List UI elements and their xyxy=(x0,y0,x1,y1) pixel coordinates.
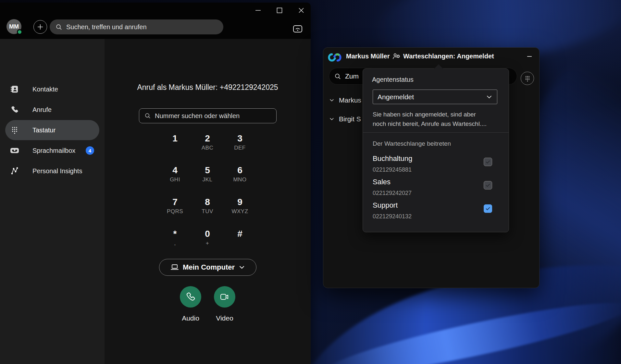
phone-icon xyxy=(186,292,195,302)
chevron-down-icon xyxy=(239,264,245,271)
phone-icon xyxy=(10,105,19,115)
keypad-icon xyxy=(10,125,19,135)
popup-minimize-button[interactable] xyxy=(525,52,534,61)
queue-window: Markus Müller Warteschlangen: Angemeldet… xyxy=(323,47,540,288)
dialpad-key-5[interactable]: 5JKL xyxy=(191,164,224,195)
queue-row-sales: Sales 022129242027 xyxy=(373,177,499,197)
agent-status-title: Agentenstatus xyxy=(372,76,414,83)
dialpad-key-star[interactable]: *, xyxy=(159,227,191,259)
dialpad-key-8[interactable]: 8TUV xyxy=(191,195,224,227)
chevron-down-icon xyxy=(486,94,492,100)
minimize-icon xyxy=(526,53,533,60)
sidebar-item-kontakte[interactable]: Kontakte xyxy=(0,80,105,99)
sidebar-item-label: Sprachmailbox xyxy=(32,147,75,154)
queue-checkbox-sales[interactable] xyxy=(484,181,492,189)
sidebar: Kontakte Anrufe Tastatur Sprachmailbox xyxy=(0,39,105,364)
check-icon xyxy=(485,206,491,212)
sidebar-item-label: Personal Insights xyxy=(32,167,82,175)
agent-status-panel: Agentenstatus Angemeldet Sie haben sich … xyxy=(363,68,509,232)
dialpad-key-9[interactable]: 9WXYZ xyxy=(224,195,256,227)
voicemail-icon xyxy=(10,146,19,155)
contact-group-markus[interactable]: Markus xyxy=(329,94,362,106)
main-window: MM xyxy=(0,3,311,364)
queue-number: 022129240132 xyxy=(373,212,499,221)
keypad-icon xyxy=(524,75,531,82)
agent-status-description: Sie haben sich angemeldet, sind aber noc… xyxy=(373,110,503,128)
queue-checkbox-support[interactable] xyxy=(484,204,492,213)
video-call-button[interactable] xyxy=(214,286,235,308)
sidebar-item-sprachmailbox[interactable]: Sprachmailbox 4 xyxy=(0,141,105,160)
popup-dialpad-button[interactable] xyxy=(521,72,534,85)
number-search-field[interactable] xyxy=(139,108,277,123)
audio-call-button[interactable] xyxy=(180,286,201,308)
dialpad-key-0[interactable]: 0+ xyxy=(191,227,224,259)
panel-caret xyxy=(434,64,443,69)
add-button[interactable] xyxy=(33,20,47,34)
search-icon xyxy=(144,113,151,119)
agent-status-value: Angemeldet xyxy=(378,93,486,101)
audio-device-selector[interactable]: Mein Computer xyxy=(159,259,256,276)
desktop: MM xyxy=(0,0,621,364)
queue-name: Buchhaltung xyxy=(373,154,499,164)
search-icon xyxy=(56,24,62,30)
presence-dot xyxy=(17,29,22,35)
dialpad-key-2[interactable]: 2ABC xyxy=(191,132,224,164)
popup-search-text: Zum xyxy=(345,72,359,80)
dialpad-key-6[interactable]: 6MNO xyxy=(224,164,256,195)
sidebar-item-label: Kontakte xyxy=(32,86,58,93)
agent-status-select[interactable]: Angemeldet xyxy=(373,90,497,104)
dialpad-key-1[interactable]: 1 xyxy=(159,132,191,164)
insights-icon xyxy=(10,166,19,176)
contact-group-birgit[interactable]: Birgit S xyxy=(329,113,362,125)
contacts-icon xyxy=(10,84,19,94)
video-label: Video xyxy=(205,314,244,322)
queue-row-support: Support 022129240132 xyxy=(373,200,499,221)
voicemail-count-badge: 4 xyxy=(86,146,94,155)
laptop-icon xyxy=(170,264,179,271)
call-as-line: Anruf als Markus Müller: +4922129242025 xyxy=(105,83,311,92)
avatar-initials: MM xyxy=(9,23,19,30)
dialpad-key-4[interactable]: 4GHI xyxy=(159,164,191,195)
sidebar-item-label: Anrufe xyxy=(32,106,52,114)
contact-group-label: Birgit S xyxy=(339,115,361,123)
join-queue-title: Der Warteschlange beitreten xyxy=(373,140,451,147)
queue-name: Support xyxy=(373,200,499,210)
queue-agent-icon xyxy=(392,52,401,60)
queue-number: 022129242027 xyxy=(373,189,499,197)
queue-name: Sales xyxy=(373,177,499,187)
queue-row-buchhaltung: Buchhaltung 022129245881 xyxy=(373,154,499,174)
search-icon xyxy=(334,73,341,80)
dialer-pane: Anruf als Markus Müller: +4922129242025 … xyxy=(105,3,311,364)
dialpad: 1 2ABC 3DEF 4GHI 5JKL 6MNO 7PQRS 8TUV 9W… xyxy=(159,132,257,259)
video-camera-icon xyxy=(219,293,230,301)
check-icon xyxy=(485,159,491,165)
chevron-down-icon xyxy=(329,116,334,122)
dialpad-key-3[interactable]: 3DEF xyxy=(224,132,256,164)
queue-checkbox-buchhaltung[interactable] xyxy=(484,158,492,166)
audio-label: Audio xyxy=(171,314,210,322)
queue-status-label[interactable]: Warteschlangen: Angemeldet xyxy=(403,53,494,60)
avatar[interactable]: MM xyxy=(6,19,21,34)
check-icon xyxy=(485,182,491,188)
sidebar-item-anrufe[interactable]: Anrufe xyxy=(0,100,105,119)
number-search-input[interactable] xyxy=(155,112,271,120)
device-selector-label: Mein Computer xyxy=(183,263,235,272)
dialpad-key-7[interactable]: 7PQRS xyxy=(159,195,191,227)
sidebar-item-label: Tastatur xyxy=(32,127,56,134)
popup-user-name: Markus Müller xyxy=(346,53,390,60)
queue-number: 022129245881 xyxy=(373,165,499,174)
webex-logo xyxy=(328,51,342,64)
sidebar-item-tastatur[interactable]: Tastatur xyxy=(0,121,105,140)
contact-group-label: Markus xyxy=(339,96,361,104)
sidebar-item-personal-insights[interactable]: Personal Insights xyxy=(0,162,105,180)
dialpad-key-hash[interactable]: # xyxy=(224,227,256,259)
plus-icon xyxy=(37,23,44,30)
divider xyxy=(363,132,509,133)
chevron-down-icon xyxy=(329,98,334,103)
